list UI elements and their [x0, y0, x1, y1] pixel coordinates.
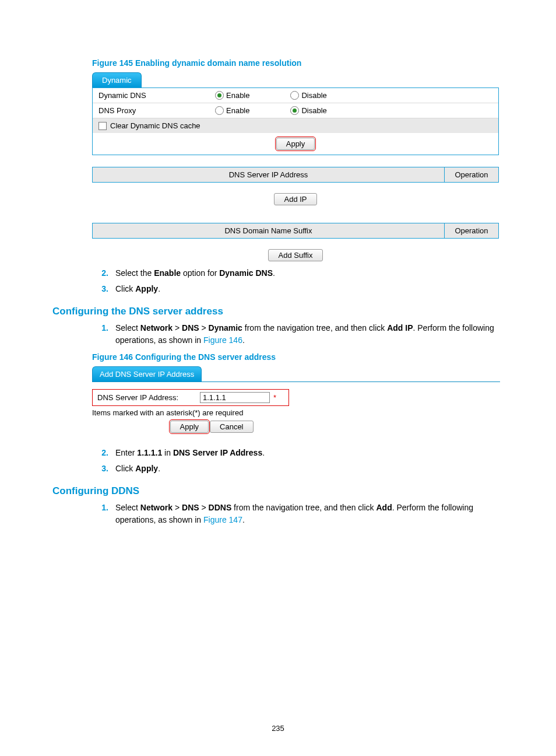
radio-icon: [215, 106, 224, 115]
figure146-caption: Figure 146 Configuring the DNS server ad…: [92, 352, 504, 362]
step-text: Enter 1.1.1.1 in DNS Server IP Address.: [115, 447, 504, 459]
step-number: 2.: [92, 447, 108, 459]
page-number: 235: [0, 724, 556, 733]
radio-icon: [215, 91, 224, 100]
dns-server-ip-input[interactable]: [200, 392, 270, 403]
label-dns-proxy: DNS Proxy: [98, 106, 215, 115]
step-text: Select Network > DNS > DDNS from the nav…: [115, 502, 504, 526]
dns-server-ip-table: DNS Server IP Address Operation: [92, 167, 499, 183]
steps-after-145: 2. Select the Enable option for Dynamic …: [92, 267, 504, 295]
step-text: Click Apply.: [115, 283, 504, 295]
radio-label: Enable: [226, 106, 249, 115]
radio-label: Disable: [301, 91, 326, 100]
step-number: 1.: [92, 502, 108, 514]
dynamic-tab[interactable]: Dynamic: [92, 72, 142, 88]
required-note: Items marked with an asterisk(*) are req…: [92, 408, 500, 417]
radio-icon: [290, 91, 299, 100]
dns-server-ip-label: DNS Server IP Address:: [97, 393, 196, 402]
table-header-suffix: DNS Domain Name Suffix: [93, 223, 445, 239]
step-number: 3.: [92, 463, 108, 475]
cancel-button[interactable]: Cancel: [210, 421, 253, 433]
label-dynamic-dns: Dynamic DNS: [98, 91, 215, 100]
row-clear-cache: Clear Dynamic DNS cache: [93, 118, 498, 133]
section-b-steps: 1. Select Network > DNS > DDNS from the …: [92, 502, 504, 526]
add-dns-server-tab[interactable]: Add DNS Server IP Address: [92, 366, 202, 382]
dynamic-dns-disable-radio[interactable]: Disable: [290, 91, 326, 100]
dns-proxy-enable-radio[interactable]: Enable: [215, 106, 249, 115]
dns-proxy-disable-radio[interactable]: Disable: [290, 106, 326, 115]
dns-suffix-table: DNS Domain Name Suffix Operation: [92, 223, 499, 239]
table-header-operation: Operation: [445, 167, 499, 183]
required-asterisk: *: [273, 393, 276, 402]
figure-146-link[interactable]: Figure 146: [203, 335, 242, 345]
dynamic-dns-enable-radio[interactable]: Enable: [215, 91, 249, 100]
step-number: 3.: [92, 283, 108, 295]
clear-cache-checkbox[interactable]: [98, 122, 107, 130]
radio-icon: [290, 106, 299, 115]
step-number: 1.: [92, 322, 108, 334]
figure-147-link[interactable]: Figure 147: [203, 515, 242, 524]
dns-server-ip-field-row: DNS Server IP Address: *: [92, 389, 289, 406]
section-configuring-dns-server: Configuring the DNS server address: [52, 306, 504, 317]
radio-label: Enable: [226, 91, 249, 100]
figure145-caption: Figure 145 Enabling dynamic domain name …: [92, 58, 504, 68]
apply-button[interactable]: Apply: [170, 421, 209, 433]
step-number: 2.: [92, 267, 108, 279]
add-suffix-button[interactable]: Add Suffix: [268, 249, 322, 261]
apply-button[interactable]: Apply: [276, 138, 315, 150]
add-ip-button[interactable]: Add IP: [274, 193, 316, 205]
steps-after-146: 2. Enter 1.1.1.1 in DNS Server IP Addres…: [92, 447, 504, 475]
clear-cache-label: Clear Dynamic DNS cache: [110, 121, 200, 130]
step-text: Select the Enable option for Dynamic DNS…: [115, 267, 504, 279]
apply-row: Apply: [93, 133, 498, 155]
dynamic-tab-body: Dynamic DNS Enable Disable DNS Proxy: [92, 88, 499, 155]
table-header-ip: DNS Server IP Address: [93, 167, 445, 183]
figure146-panel: Add DNS Server IP Address DNS Server IP …: [92, 366, 500, 433]
row-dns-proxy: DNS Proxy Enable Disable: [93, 103, 498, 118]
table-header-operation: Operation: [445, 223, 499, 239]
section-configuring-ddns: Configuring DDNS: [52, 485, 504, 497]
section-a-steps: 1. Select Network > DNS > Dynamic from t…: [92, 322, 504, 346]
radio-label: Disable: [301, 106, 326, 115]
step-text: Click Apply.: [115, 463, 504, 475]
row-dynamic-dns: Dynamic DNS Enable Disable: [93, 88, 498, 103]
step-text: Select Network > DNS > Dynamic from the …: [115, 322, 504, 346]
figure145-panel: Dynamic Dynamic DNS Enable Disable DNS P…: [92, 72, 504, 155]
